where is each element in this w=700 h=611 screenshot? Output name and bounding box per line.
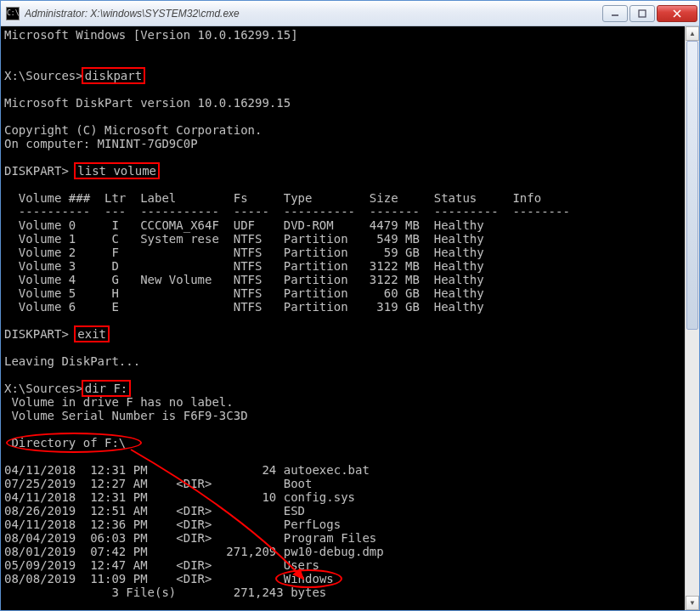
svg-rect-1 <box>639 10 646 17</box>
table-row: Volume 0 I CCCOMA_X64F UDF DVD-ROM 4479 … <box>4 218 685 232</box>
table-row: Volume 1 C System rese NTFS Partition 54… <box>4 232 685 246</box>
titlebar[interactable]: C:\ Administrator: X:\windows\SYSTEM32\c… <box>1 1 699 26</box>
table-row: Volume 3 D NTFS Partition 3122 MB Health… <box>4 259 685 273</box>
cmd-window: C:\ Administrator: X:\windows\SYSTEM32\c… <box>0 0 700 611</box>
close-button[interactable] <box>657 5 697 22</box>
scroll-thumb[interactable] <box>686 41 698 330</box>
list-item: 08/08/2019 11:09 PM <DIR> Windows <box>4 572 685 586</box>
output-line: Copyright (C) Microsoft Corporation. <box>4 123 685 137</box>
table-divider: ---------- --- ----------- ----- -------… <box>4 205 685 218</box>
output-line: Volume in drive F has no label. <box>4 395 685 409</box>
list-item: 08/26/2019 12:51 AM <DIR> ESD <box>4 504 685 518</box>
list-item: 08/01/2019 07:42 PM 271,209 pw10-debug.d… <box>4 545 685 558</box>
table-header: Volume ### Ltr Label Fs Type Size Status… <box>4 191 685 205</box>
prompt-line: X:\Sources>diskpart <box>4 69 685 82</box>
vertical-scrollbar[interactable]: ▲ ▼ <box>685 26 699 610</box>
client-area: Microsoft Windows [Version 10.0.16299.15… <box>1 26 699 610</box>
highlight-exit: exit <box>74 325 110 342</box>
prompt-line: DISKPART> exit <box>4 327 685 341</box>
cmd-icon: C:\ <box>6 7 20 20</box>
prompt-line: X:\Sources>dir F: <box>4 382 685 395</box>
output-line: Volume Serial Number is F6F9-3C3D <box>4 409 685 422</box>
scroll-up-button[interactable]: ▲ <box>686 26 699 41</box>
table-row: Volume 4 G New Volume NTFS Partition 312… <box>4 273 685 286</box>
highlight-diskpart: diskpart <box>82 67 145 84</box>
list-item: 08/04/2019 06:03 PM <DIR> Program Files <box>4 531 685 545</box>
output-line: 3 File(s) 271,243 bytes <box>4 586 685 599</box>
output-line: Microsoft DiskPart version 10.0.16299.15 <box>4 96 685 110</box>
highlight-list-volume: list volume <box>74 162 160 179</box>
minimize-icon <box>611 9 619 18</box>
highlight-dir: dir F: <box>82 380 132 397</box>
output-line: Microsoft Windows [Version 10.0.16299.15… <box>4 28 685 42</box>
window-title: Administrator: X:\windows\SYSTEM32\cmd.e… <box>25 8 601 20</box>
terminal-output[interactable]: Microsoft Windows [Version 10.0.16299.15… <box>1 26 685 610</box>
list-item: 04/11/2018 12:31 PM 10 config.sys <box>4 490 685 504</box>
scroll-down-button[interactable]: ▼ <box>686 596 699 610</box>
maximize-icon <box>638 9 646 18</box>
list-item: 04/11/2018 12:31 PM 24 autoexec.bat <box>4 463 685 477</box>
minimize-button[interactable] <box>602 5 628 22</box>
scroll-track[interactable] <box>686 41 699 596</box>
prompt-line: DISKPART> list volume <box>4 164 685 178</box>
maximize-button[interactable] <box>629 5 655 22</box>
close-icon <box>672 9 682 18</box>
output-line: On computer: MININT-7GD9C0P <box>4 137 685 150</box>
table-row: Volume 6 E NTFS Partition 319 GB Healthy <box>4 300 685 314</box>
table-row: Volume 2 F NTFS Partition 59 GB Healthy <box>4 246 685 259</box>
output-line: Leaving DiskPart... <box>4 354 685 368</box>
output-line: Directory of F:\ <box>4 436 685 450</box>
table-row: Volume 5 H NTFS Partition 60 GB Healthy <box>4 286 685 300</box>
list-item: 07/25/2019 12:27 AM <DIR> Boot <box>4 477 685 490</box>
list-item: 05/09/2019 12:47 AM <DIR> Users <box>4 558 685 572</box>
list-item: 04/11/2018 12:36 PM <DIR> PerfLogs <box>4 518 685 531</box>
